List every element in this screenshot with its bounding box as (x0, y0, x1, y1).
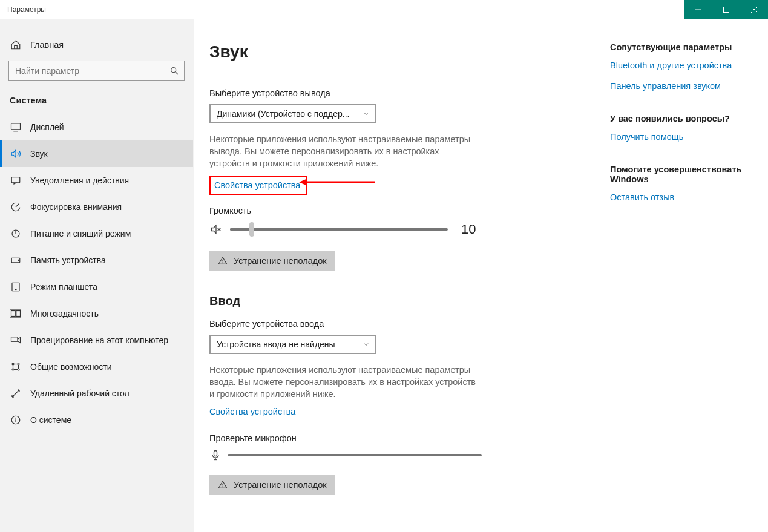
shared-icon (10, 361, 22, 373)
search-field[interactable] (15, 66, 169, 76)
sidebar-item-label: Уведомления и действия (30, 176, 129, 185)
focus-icon (10, 201, 22, 213)
svg-marker-40 (212, 225, 217, 233)
get-help-link[interactable]: Получить помощь (610, 132, 756, 142)
svg-marker-39 (299, 179, 307, 186)
sidebar-item-notifications[interactable]: Уведомления и действия (0, 167, 193, 194)
mic-level-bar (228, 454, 482, 456)
volume-label: Громкость (209, 206, 593, 215)
tablet-icon (10, 281, 22, 293)
aside-panel: Сопутствующие параметры Bluetooth и друг… (593, 19, 768, 532)
home-link[interactable]: Главная (0, 34, 193, 57)
sidebar-item-about[interactable]: О системе (0, 407, 193, 433)
troubleshoot-label: Устранение неполадок (234, 256, 327, 266)
svg-point-37 (16, 418, 16, 418)
search-input[interactable] (8, 61, 185, 81)
warning-icon (218, 256, 228, 266)
svg-point-4 (171, 68, 176, 73)
output-troubleshoot-button[interactable]: Устранение неполадок (209, 251, 335, 271)
sidebar-item-label: Память устройства (30, 255, 106, 265)
sidebar-item-project[interactable]: Проецирование на этот компьютер (0, 327, 193, 353)
notification-icon (10, 174, 22, 186)
svg-rect-6 (11, 123, 21, 130)
project-icon (10, 334, 22, 346)
svg-rect-1 (724, 7, 729, 13)
maximize-button[interactable] (712, 0, 740, 19)
sidebar: Главная Система Дисплей Звук Уведомления… (0, 19, 194, 532)
input-description: Некоторые приложения используют настраив… (209, 364, 482, 400)
input-device-properties-link[interactable]: Свойства устройства (209, 407, 295, 416)
svg-rect-9 (11, 177, 20, 183)
info-icon (10, 414, 22, 426)
svg-point-23 (12, 369, 14, 370)
sidebar-item-label: Удаленный рабочий стол (30, 389, 130, 398)
sidebar-item-label: Питание и спящий режим (30, 229, 131, 238)
volume-mute-icon[interactable] (209, 223, 223, 236)
titlebar-controls (684, 0, 768, 19)
svg-point-24 (18, 369, 19, 370)
main-content: Звук Выберите устройство вывода Динамики… (194, 19, 593, 532)
sidebar-item-sound[interactable]: Звук (0, 140, 193, 167)
home-label: Главная (30, 40, 64, 50)
multitask-icon (10, 307, 22, 320)
svg-point-13 (18, 260, 19, 261)
svg-rect-17 (16, 311, 21, 317)
svg-line-29 (12, 393, 16, 397)
sidebar-item-display[interactable]: Дисплей (0, 114, 193, 140)
sidebar-item-power[interactable]: Питание и спящий режим (0, 220, 193, 247)
sidebar-item-label: Многозадачность (30, 309, 99, 318)
annotation-arrow (299, 173, 378, 191)
input-troubleshoot-button[interactable]: Устранение неполадок (209, 475, 335, 495)
svg-point-21 (12, 363, 14, 365)
output-device-label: Выберите устройство вывода (209, 88, 593, 98)
svg-point-22 (18, 363, 19, 365)
sidebar-item-label: Проецирование на этот компьютер (30, 335, 168, 345)
volume-slider[interactable] (230, 228, 448, 231)
sidebar-item-storage[interactable]: Память устройства (0, 247, 193, 274)
svg-rect-20 (11, 337, 18, 342)
search-icon (169, 66, 179, 76)
svg-marker-8 (11, 150, 16, 157)
questions-title: У вас появились вопросы? (610, 114, 756, 123)
output-device-select[interactable]: Динамики (Устройство с поддер... (209, 104, 376, 123)
input-device-select[interactable]: Устройства ввода не найдены (209, 335, 376, 354)
microphone-icon (209, 449, 222, 461)
sidebar-item-label: Дисплей (30, 122, 64, 132)
page-title: Звук (209, 42, 593, 62)
window-title: Параметры (7, 5, 46, 14)
remote-icon (10, 387, 22, 399)
minimize-button[interactable] (684, 0, 712, 19)
related-link-bluetooth[interactable]: Bluetooth и другие устройства (610, 61, 756, 70)
svg-line-32 (16, 390, 19, 393)
sidebar-item-tablet[interactable]: Режим планшета (0, 274, 193, 300)
sidebar-item-label: Фокусировка внимания (30, 202, 122, 212)
sidebar-item-shared[interactable]: Общие возможности (0, 353, 193, 380)
home-icon (10, 39, 22, 51)
sidebar-item-focus[interactable]: Фокусировка внимания (0, 194, 193, 220)
chevron-down-icon (363, 110, 370, 117)
volume-slider-thumb[interactable] (249, 222, 254, 237)
improve-title: Помогите усовершенствовать Windows (610, 165, 756, 184)
chevron-down-icon (363, 341, 370, 348)
svg-rect-16 (11, 311, 16, 317)
svg-point-51 (223, 487, 223, 487)
close-button[interactable] (740, 0, 768, 19)
sidebar-item-remote[interactable]: Удаленный рабочий стол (0, 380, 193, 407)
troubleshoot-label: Устранение неполадок (234, 480, 327, 490)
sidebar-item-label: Режим планшета (30, 282, 97, 292)
feedback-link[interactable]: Оставить отзыв (610, 192, 756, 202)
warning-icon (218, 480, 228, 490)
sidebar-item-label: О системе (30, 415, 71, 425)
sidebar-heading: Система (0, 92, 193, 114)
output-device-value: Динамики (Устройство с поддер... (217, 109, 349, 119)
svg-point-45 (223, 263, 223, 263)
related-title: Сопутствующие параметры (610, 42, 756, 52)
sound-icon (10, 148, 22, 160)
related-link-sound-panel[interactable]: Панель управления звуком (610, 81, 756, 91)
sidebar-item-multitask[interactable]: Многозадачность (0, 300, 193, 327)
input-section-title: Ввод (209, 294, 593, 308)
power-icon (10, 228, 22, 240)
storage-icon (10, 254, 22, 266)
volume-value: 10 (461, 222, 476, 237)
output-device-properties-link[interactable]: Свойства устройства (209, 176, 307, 195)
